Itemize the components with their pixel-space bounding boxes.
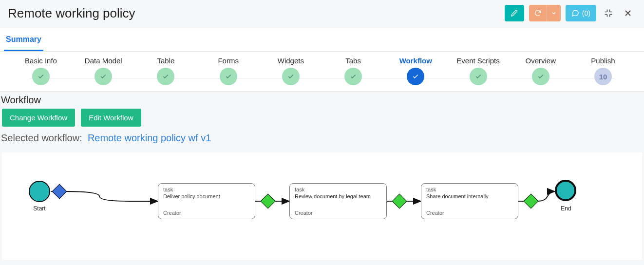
- end-event-node[interactable]: [555, 180, 576, 201]
- pencil-icon: [511, 9, 518, 17]
- step-label: Forms: [218, 57, 239, 65]
- edit-workflow-button[interactable]: Edit Workflow: [81, 109, 141, 127]
- task-title: Share document internally: [426, 193, 513, 199]
- end-event-label: End: [551, 205, 581, 212]
- tab-summary[interactable]: Summary: [4, 28, 43, 51]
- task-node-3[interactable]: task Share document internally Creator: [421, 183, 518, 219]
- chevron-down-icon: [551, 10, 557, 16]
- step-publish[interactable]: Publish10: [577, 57, 629, 85]
- minimize-button[interactable]: [601, 6, 616, 20]
- task-title: Review document by legal team: [295, 193, 381, 199]
- task-role: Creator: [163, 210, 181, 216]
- task-type: task: [426, 187, 513, 192]
- task-type: task: [163, 187, 250, 192]
- page-header: Remote working policy (0): [0, 0, 644, 28]
- page-title: Remote working policy: [8, 6, 135, 21]
- step-label: Overview: [525, 57, 556, 65]
- check-icon: [220, 68, 237, 85]
- check-icon: [407, 68, 424, 85]
- header-actions: (0): [505, 5, 635, 21]
- step-widgets[interactable]: Widgets: [265, 57, 317, 85]
- step-label: Tabs: [345, 57, 361, 65]
- task-title: Deliver policy document: [163, 193, 250, 199]
- step-label: Widgets: [278, 57, 304, 65]
- task-role: Creator: [295, 210, 313, 216]
- check-icon: [95, 68, 112, 85]
- check-icon: [470, 68, 487, 85]
- step-number-icon: 10: [594, 68, 612, 85]
- step-data-model[interactable]: Data Model: [77, 57, 130, 85]
- refresh-split-button[interactable]: [529, 5, 561, 21]
- tabs-row: Summary: [0, 28, 644, 52]
- step-label: Event Scripts: [456, 57, 499, 65]
- refresh-dropdown[interactable]: [547, 5, 561, 21]
- check-icon: [344, 68, 362, 85]
- comment-icon: [571, 9, 579, 17]
- check-icon: [282, 68, 300, 85]
- task-type: task: [295, 187, 381, 192]
- workflow-diagram: Start task Deliver policy document Creat…: [2, 152, 635, 255]
- workflow-diagram-panel: Start task Deliver policy document Creat…: [2, 152, 642, 260]
- step-event-scripts[interactable]: Event Scripts: [452, 57, 505, 85]
- task-node-2[interactable]: task Review document by legal team Creat…: [289, 183, 387, 219]
- step-basic-info[interactable]: Basic Info: [15, 57, 67, 85]
- refresh-button[interactable]: [529, 5, 547, 21]
- step-label: Data Model: [85, 57, 122, 65]
- refresh-icon: [534, 9, 542, 17]
- step-label: Publish: [591, 57, 615, 65]
- step-label: Table: [157, 57, 175, 65]
- selected-workflow-link[interactable]: Remote working policy wf v1: [88, 132, 211, 143]
- selected-workflow: Selected workflow: Remote working policy…: [0, 132, 644, 149]
- step-forms[interactable]: Forms: [202, 57, 255, 85]
- wizard-steps: Basic InfoData ModelTableFormsWidgetsTab…: [0, 52, 644, 92]
- start-event-node[interactable]: [29, 181, 50, 202]
- workflow-actions: Change Workflow Edit Workflow: [0, 108, 644, 132]
- step-tabs[interactable]: Tabs: [327, 57, 379, 85]
- step-overview[interactable]: Overview: [514, 57, 567, 85]
- step-label: Workflow: [399, 57, 432, 65]
- check-icon: [532, 68, 549, 85]
- task-role: Creator: [426, 210, 444, 216]
- step-label: Basic Info: [25, 57, 57, 65]
- close-icon: [623, 8, 633, 18]
- section-title: Workflow: [0, 92, 644, 108]
- step-table[interactable]: Table: [139, 57, 192, 85]
- selected-workflow-label: Selected workflow:: [1, 132, 82, 143]
- start-event-label: Start: [25, 205, 54, 212]
- change-workflow-button[interactable]: Change Workflow: [2, 109, 75, 127]
- close-button[interactable]: [621, 6, 635, 20]
- comments-button[interactable]: (0): [566, 5, 596, 21]
- check-icon: [157, 68, 174, 85]
- step-workflow[interactable]: Workflow: [389, 57, 442, 85]
- comments-count: (0): [582, 9, 590, 17]
- edit-button[interactable]: [505, 5, 524, 21]
- minimize-icon: [604, 8, 613, 18]
- task-node-1[interactable]: task Deliver policy document Creator: [158, 183, 255, 219]
- check-icon: [32, 68, 50, 85]
